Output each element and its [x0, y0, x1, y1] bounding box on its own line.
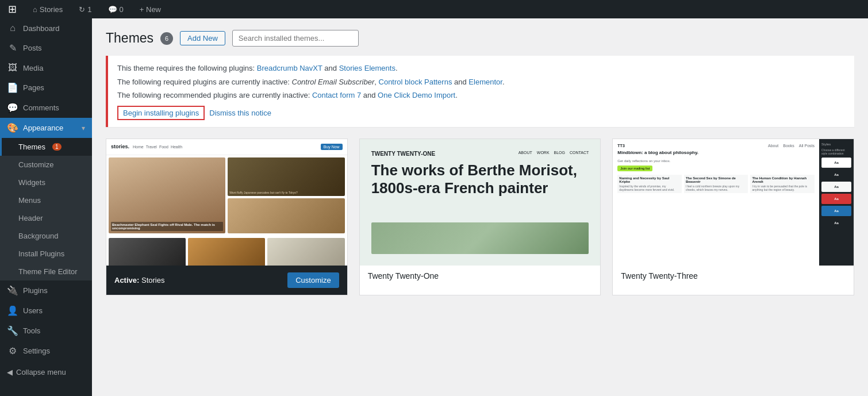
users-icon: 👤 [7, 305, 18, 316]
tt3-main-text: Get daily reflections on your inbox. [617, 159, 815, 163]
sidebar-item-dashboard[interactable]: ⌂ Dashboard [0, 18, 92, 38]
media-icon: 🖼 [7, 63, 18, 73]
stories-bottom-2 [188, 238, 265, 266]
sidebar-item-customize[interactable]: Customize [0, 156, 92, 174]
background-label: Background [18, 232, 58, 240]
stories-main-caption: Beachmaster Elephant Seal Fights off Riv… [111, 222, 223, 231]
theme-card-twenty-twenty-one[interactable]: TWENTY TWENTY-ONE ABOUTWORKBLOGCONTACT T… [359, 139, 601, 295]
sidebar-item-widgets[interactable]: Widgets [0, 174, 92, 191]
wp-logo-icon: ⊞ [8, 3, 17, 16]
sidebar-item-users[interactable]: 👤 Users [0, 301, 92, 321]
tt3-style-4: Aa [821, 194, 851, 204]
sidebar-item-tools[interactable]: 🔧 Tools [0, 321, 92, 341]
collapse-icon: ◀ [7, 368, 13, 376]
collapse-menu-button[interactable]: ◀ Collapse menu [0, 361, 92, 383]
comments-icon: 💬 [108, 5, 117, 14]
comments-link[interactable]: 💬 0 [105, 0, 127, 18]
begin-installing-button[interactable]: Begin installing plugins [117, 106, 205, 120]
stories-side-image-2 [228, 198, 344, 233]
customize-label: Customize [18, 160, 53, 169]
sidebar: ⌂ Dashboard ✎ Posts 🖼 Media 📄 Pages 💬 Co… [0, 18, 92, 396]
sidebar-item-install-plugins[interactable]: Install Plugins [0, 245, 92, 263]
sidebar-item-label: Plugins [23, 286, 48, 295]
contact-form-7-link[interactable]: Contact form 7 [312, 91, 361, 99]
home-icon: ⌂ [33, 5, 37, 14]
page-title: Themes [106, 30, 153, 46]
breadcrumb-navxt-link[interactable]: Breadcrumb NavXT [257, 64, 322, 72]
sidebar-item-header[interactable]: Header [0, 209, 92, 227]
tt3-theme-preview: TT3 AboutBooksAll Posts Mindblown: a blo… [613, 139, 854, 266]
sidebar-item-media[interactable]: 🖼 Media [0, 58, 92, 78]
elementor-link[interactable]: Elementor [468, 78, 502, 86]
tt3-theme-footer: Twenty Twenty-Three [613, 266, 854, 286]
appearance-submenu: Themes 1 Customize Widgets Menus Header … [0, 138, 92, 280]
menus-label: Menus [18, 196, 41, 205]
add-new-button[interactable]: Add New [180, 31, 225, 45]
top-bar: ⊞ ⌂ Stories ↻ 1 💬 0 + New [0, 0, 868, 18]
themes-grid: stories. HomeTravelFoodHealth Buy Now Be… [106, 139, 854, 295]
stories-main-image: Beachmaster Elephant Seal Fights off Riv… [109, 157, 225, 233]
themes-update-badge: 1 [52, 143, 62, 151]
wp-logo-button[interactable]: ⊞ [5, 0, 20, 18]
sidebar-item-themes[interactable]: Themes 1 [0, 138, 92, 156]
sidebar-item-plugins[interactable]: 🔌 Plugins [0, 280, 92, 301]
tt1-theme-footer: Twenty Twenty-One [360, 266, 601, 286]
sidebar-item-background[interactable]: Background [0, 227, 92, 245]
theme-card-twenty-twenty-three[interactable]: TT3 AboutBooksAll Posts Mindblown: a blo… [612, 139, 854, 295]
stories-bottom-3 [267, 238, 344, 266]
tt3-main-heading: Mindblown: a blog about philosophy. [617, 150, 815, 155]
theme-card-stories[interactable]: stories. HomeTravelFoodHealth Buy Now Be… [106, 139, 348, 295]
tt3-card-2: The Second Sex by Simone de Beauvoir I f… [684, 175, 748, 193]
sidebar-item-label: Posts [23, 44, 42, 52]
sidebar-item-posts[interactable]: ✎ Posts [0, 38, 92, 58]
page-header: Themes 6 Add New [106, 30, 854, 47]
updates-icon: ↻ [79, 5, 85, 14]
main-content: Themes 6 Add New This theme requires the… [92, 18, 868, 396]
pages-icon: 📄 [7, 82, 18, 93]
stories-elements-link[interactable]: Stories Elements [339, 64, 395, 72]
stories-preview: stories. HomeTravelFoodHealth Buy Now Be… [106, 139, 347, 266]
sidebar-item-settings[interactable]: ⚙ Settings [0, 341, 92, 361]
stories-nav: stories. HomeTravelFoodHealth Buy Now [106, 139, 347, 155]
tt3-top-nav: TT3 AboutBooksAll Posts [617, 144, 815, 148]
stories-bottom-1 [109, 238, 186, 266]
sidebar-item-label: Pages [23, 83, 44, 92]
search-themes-input[interactable] [232, 30, 359, 47]
dismiss-notice-link[interactable]: Dismiss this notice [209, 109, 271, 117]
sidebar-item-theme-file-editor[interactable]: Theme File Editor [0, 263, 92, 280]
notice-line2: The following required plugins are curre… [117, 76, 845, 88]
stories-theme-footer: Active: Stories Customize [106, 266, 347, 295]
notice-line3: The following recommended plugins are cu… [117, 90, 845, 101]
notice-line1: This theme requires the following plugin… [117, 63, 845, 74]
one-click-demo-link[interactable]: One Click Demo Import [378, 91, 455, 99]
tt3-style-2: Aa [821, 170, 851, 180]
tt3-cta-button: Join our mailing list [617, 166, 652, 171]
comments-bubble-icon: 💬 [7, 102, 18, 113]
new-content-button[interactable]: + New [136, 0, 164, 18]
tt3-card-3: The Human Condition by Hannah Arendt I t… [750, 175, 815, 193]
customize-stories-button[interactable]: Customize [287, 272, 339, 288]
updates-count: 1 [87, 5, 91, 14]
tt1-theme-preview: TWENTY TWENTY-ONE ABOUTWORKBLOGCONTACT T… [360, 139, 601, 266]
sidebar-item-label: Tools [23, 326, 40, 335]
control-block-patterns-link[interactable]: Control block Patterns [379, 78, 452, 86]
sidebar-item-pages[interactable]: 📄 Pages [0, 78, 92, 98]
plugins-icon: 🔌 [7, 285, 18, 296]
stories-side-images: Want fluffy Japanese pancakes but can't … [228, 157, 344, 233]
themes-count-badge: 6 [160, 32, 173, 45]
tt3-card-1: Naming and Necessity by Saul Kripke Insp… [617, 175, 682, 193]
sidebar-item-label: Comments [23, 103, 59, 112]
updates-link[interactable]: ↻ 1 [75, 0, 95, 18]
tt3-main-area: TT3 AboutBooksAll Posts Mindblown: a blo… [613, 139, 819, 266]
sidebar-item-label: Dashboard [23, 24, 60, 33]
sidebar-item-menus[interactable]: Menus [0, 191, 92, 209]
plugin-notice: This theme requires the following plugin… [106, 56, 854, 127]
new-label: + New [140, 5, 161, 14]
sidebar-item-label: Media [23, 64, 43, 72]
tt3-theme-name: Twenty Twenty-Three [621, 271, 698, 280]
sidebar-item-appearance[interactable]: 🎨 Appearance ▾ [0, 118, 92, 138]
site-name: Stories [40, 5, 63, 14]
sidebar-item-label: Settings [23, 347, 50, 355]
site-name-link[interactable]: ⌂ Stories [29, 0, 66, 18]
sidebar-item-comments[interactable]: 💬 Comments [0, 98, 92, 118]
